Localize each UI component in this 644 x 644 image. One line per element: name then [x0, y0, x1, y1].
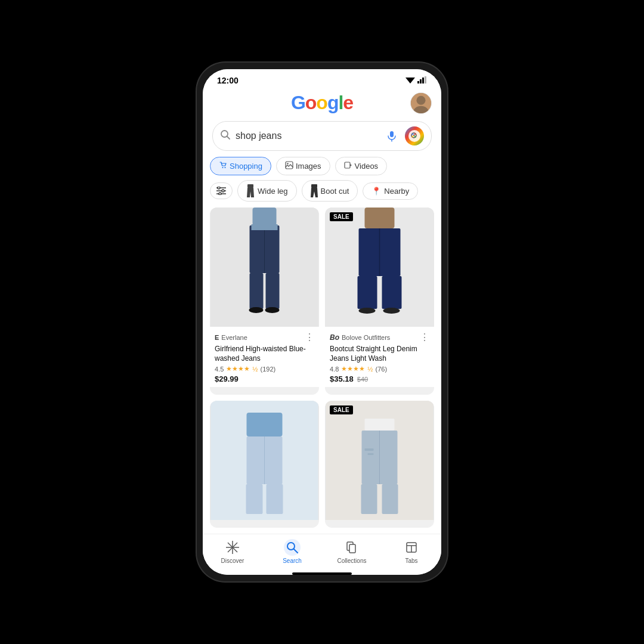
svg-point-42 — [359, 308, 376, 314]
status-bar: 12:00 — [203, 69, 441, 88]
svg-point-24 — [219, 193, 221, 195]
google-logo: Google — [291, 92, 353, 114]
svg-rect-51 — [365, 419, 395, 431]
nav-item-collections[interactable]: Collections — [322, 539, 382, 564]
products-grid: E Everlane ⋮ Girlfriend High-waisted Blu… — [203, 208, 441, 534]
nav-item-discover[interactable]: Discover — [203, 539, 262, 564]
phone-frame: 12:00 — [197, 63, 447, 581]
refine-chip-nearby[interactable]: 📍 Nearby — [363, 182, 418, 200]
seller-name-1: E Everlane — [215, 334, 247, 341]
svg-rect-37 — [365, 208, 395, 228]
bottom-nav: Discover Search — [203, 534, 441, 572]
seller-row-1: E Everlane ⋮ — [215, 332, 314, 343]
refine-chip-wide-leg[interactable]: Wide leg — [237, 180, 297, 202]
svg-rect-17 — [345, 162, 350, 168]
svg-rect-48 — [246, 484, 263, 514]
stars-2: ★★★★ — [341, 365, 365, 373]
product-title-2: Bootcut Straight Leg Denim Jeans Light W… — [330, 345, 429, 363]
refine-chip-boot-cut[interactable]: Boot cut — [302, 180, 358, 202]
svg-rect-54 — [365, 448, 374, 451]
filter-options-button[interactable] — [210, 182, 233, 199]
search-icon — [220, 129, 231, 143]
search-bar[interactable]: shop jeans — [212, 121, 432, 151]
svg-rect-3 — [422, 78, 424, 83]
price-row-2: $35.18 $40 — [330, 374, 429, 383]
sale-badge-4: SALE — [330, 405, 353, 414]
review-count-2: (76) — [375, 366, 387, 373]
svg-rect-1 — [417, 81, 419, 83]
nav-label-collections: Collections — [338, 558, 367, 564]
filter-chip-images[interactable]: Images — [276, 157, 330, 175]
nav-item-tabs[interactable]: Tabs — [382, 539, 441, 564]
more-button-1[interactable]: ⋮ — [305, 332, 314, 343]
product-card-2[interactable]: SALE — [325, 208, 434, 395]
price-1: $29.99 — [215, 374, 239, 383]
filter-tabs: Shopping Images — [203, 157, 441, 180]
product-card-1[interactable]: E Everlane ⋮ Girlfriend High-waisted Blu… — [210, 208, 319, 395]
rating-number-2: 4.8 — [330, 366, 339, 373]
phone-screen: 12:00 — [203, 69, 441, 575]
rating-row-1: 4.5 ★★★★½ (192) — [215, 365, 314, 373]
svg-point-13 — [222, 167, 224, 168]
svg-point-22 — [218, 187, 220, 189]
svg-rect-31 — [250, 273, 264, 309]
svg-marker-18 — [350, 164, 352, 166]
mic-button[interactable] — [383, 128, 400, 144]
svg-rect-26 — [311, 184, 317, 188]
original-price-2: $40 — [357, 376, 368, 383]
review-count-1: (192) — [260, 366, 275, 373]
svg-rect-32 — [266, 273, 280, 309]
price-2: $35.18 — [330, 374, 354, 383]
svg-line-9 — [227, 137, 230, 140]
filter-chip-shopping[interactable]: Shopping — [210, 157, 271, 175]
images-icon — [285, 161, 293, 171]
svg-marker-0 — [405, 78, 415, 83]
lens-button[interactable] — [405, 126, 424, 145]
svg-rect-55 — [368, 453, 374, 455]
nav-label-search: Search — [283, 558, 302, 564]
product-info-1: E Everlane ⋮ Girlfriend High-waisted Blu… — [210, 327, 319, 387]
user-avatar[interactable] — [410, 92, 432, 114]
svg-point-23 — [222, 190, 224, 192]
signal-icon — [417, 75, 427, 86]
product-card-4[interactable]: SALE — [325, 401, 434, 528]
svg-rect-65 — [349, 544, 355, 553]
product-info-2: Bo Bolove Outfitters ⋮ Bootcut Straight … — [325, 327, 434, 387]
seller-name-2: Bo Bolove Outfitters — [330, 333, 390, 342]
nav-label-discover: Discover — [221, 558, 244, 564]
svg-rect-49 — [267, 484, 283, 514]
videos-icon — [344, 161, 352, 171]
main-content: Google — [203, 88, 441, 575]
search-nav-icon — [284, 539, 301, 556]
svg-rect-56 — [361, 484, 377, 514]
svg-rect-41 — [382, 276, 402, 309]
svg-point-16 — [287, 163, 288, 164]
status-icons — [405, 75, 427, 86]
product-image-1 — [210, 208, 319, 327]
svg-rect-25 — [247, 184, 253, 188]
search-query: shop jeans — [236, 131, 379, 141]
svg-rect-2 — [420, 79, 422, 83]
svg-point-33 — [249, 307, 264, 313]
seller-row-2: Bo Bolove Outfitters ⋮ — [330, 332, 429, 343]
tabs-icon — [403, 539, 420, 556]
location-icon: 📍 — [371, 187, 381, 196]
collections-icon — [343, 539, 360, 556]
product-image-2: SALE — [325, 208, 434, 327]
refine-bar: Wide leg Boot cut 📍 Nearby — [203, 180, 441, 208]
filter-chip-videos[interactable]: Videos — [335, 157, 388, 175]
more-button-2[interactable]: ⋮ — [420, 332, 429, 343]
stars-1: ★★★★ — [226, 365, 250, 373]
svg-line-63 — [294, 549, 298, 553]
price-row-1: $29.99 — [215, 374, 314, 383]
header: Google — [203, 88, 441, 117]
svg-rect-57 — [382, 484, 398, 514]
rating-number-1: 4.5 — [215, 366, 224, 373]
svg-rect-45 — [247, 413, 283, 436]
svg-rect-10 — [390, 131, 394, 137]
svg-rect-15 — [286, 162, 293, 169]
product-card-3[interactable] — [210, 401, 319, 528]
nav-item-search[interactable]: Search — [262, 539, 322, 564]
svg-rect-28 — [253, 208, 277, 225]
svg-rect-35 — [252, 224, 278, 230]
